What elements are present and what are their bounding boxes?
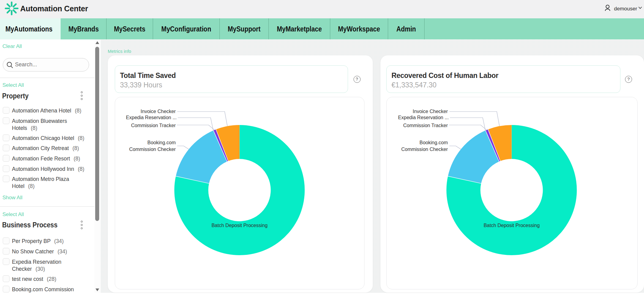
svg-text:Commission Tracker: Commission Tracker <box>403 123 448 128</box>
svg-text:Batch Deposit Processing: Batch Deposit Processing <box>212 223 268 228</box>
svg-text:Invoice Checker: Invoice Checker <box>140 109 176 114</box>
svg-text:Expedia Reservation ...: Expedia Reservation ... <box>398 115 449 120</box>
svg-text:Batch Deposit Processing: Batch Deposit Processing <box>484 223 540 228</box>
svg-text:Expedia Reservation ...: Expedia Reservation ... <box>126 115 177 120</box>
svg-text:Invoice Checker: Invoice Checker <box>413 109 448 114</box>
svg-text:Booking.com: Booking.com <box>148 140 176 145</box>
svg-text:Commission Checker: Commission Checker <box>401 147 448 152</box>
svg-text:Booking.com: Booking.com <box>420 140 448 145</box>
svg-text:Commission Tracker: Commission Tracker <box>131 123 176 128</box>
svg-text:Commission Checker: Commission Checker <box>129 147 176 152</box>
